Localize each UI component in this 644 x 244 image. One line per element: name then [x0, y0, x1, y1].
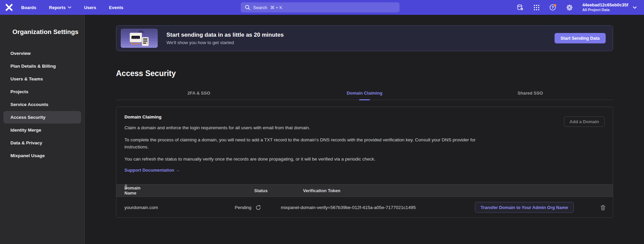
card-title: Domain Claiming: [124, 114, 605, 119]
tab-domain-claiming[interactable]: Domain Claiming: [282, 86, 448, 100]
transfer-domain-button[interactable]: Transfer Domain to Your Admin Org Name: [475, 202, 574, 213]
sidebar-item-mixpanel-usage[interactable]: Mixpanel Usage: [3, 149, 81, 162]
main-content: Start sending data in as little as 20 mi…: [85, 15, 644, 244]
settings-sidebar: Organization Settings Overview Plan Deta…: [0, 15, 85, 244]
apps-grid-icon[interactable]: [533, 4, 540, 11]
nav-item-boards[interactable]: Boards: [21, 5, 36, 10]
nav-item-events[interactable]: Events: [109, 5, 123, 10]
search-placeholder: Search: [253, 5, 267, 10]
chevron-down-icon: [633, 6, 637, 9]
column-header-status: Status: [254, 184, 268, 197]
verification-token-value: mixpanel-domain-verify=567b39be-012f-415…: [281, 197, 416, 218]
domain-claiming-card: Domain Claiming Claim a domain and enfor…: [116, 107, 613, 218]
status-cell: Pending: [235, 197, 261, 218]
status-value: Pending: [235, 205, 252, 210]
primary-nav: Boards Reports Users Events: [21, 5, 123, 10]
add-domain-button[interactable]: Add a Domain: [564, 116, 605, 127]
sidebar-item-service-accounts[interactable]: Service Accounts: [3, 98, 81, 111]
trash-icon[interactable]: [600, 205, 606, 211]
settings-gear-icon[interactable]: [566, 4, 573, 11]
refresh-icon[interactable]: [256, 205, 261, 210]
data-management-icon[interactable]: [516, 4, 524, 11]
org-id-label: 44eebad12c65eb0c35f: [582, 2, 628, 8]
support-documentation-link[interactable]: Support Documentation →: [124, 168, 180, 173]
card-paragraph-2: To complete the process of claiming a do…: [124, 137, 479, 151]
banner-title: Start sending data in as little as 20 mi…: [166, 32, 284, 38]
tab-shared-sso[interactable]: Shared SSO: [447, 86, 613, 100]
domain-table-row: yourdomain.com Pending mixpanel-domain-v…: [116, 197, 613, 218]
access-security-tabs: 2FA & SSO Domain Claiming Shared SSO: [116, 86, 613, 100]
onboarding-banner: Start sending data in as little as 20 mi…: [116, 25, 613, 51]
domain-name-value: yourdomain.com: [124, 197, 158, 218]
domains-table-header: Domain Name Status Verification Token: [116, 184, 613, 197]
banner-subtitle: We'll show you how to get started: [166, 40, 284, 45]
card-paragraph-1: Claim a domain and enforce the login req…: [124, 125, 479, 132]
project-label: All Project Data: [582, 8, 628, 12]
account-switcher[interactable]: 44eebad12c65eb0c35f All Project Data: [582, 2, 637, 12]
nav-item-reports[interactable]: Reports: [49, 5, 71, 10]
sidebar-item-projects[interactable]: Projects: [3, 85, 81, 98]
sidebar-item-access-security[interactable]: Access Security: [3, 111, 81, 124]
sort-icon[interactable]: [124, 184, 127, 197]
chevron-down-icon: [68, 6, 71, 8]
start-sending-data-button[interactable]: Start Sending Data: [555, 33, 606, 43]
help-icon[interactable]: ?: [549, 4, 557, 11]
sidebar-item-overview[interactable]: Overview: [3, 47, 81, 60]
mixpanel-logo[interactable]: [5, 3, 13, 11]
tab-2fa-sso[interactable]: 2FA & SSO: [116, 86, 282, 100]
nav-item-reports-label: Reports: [49, 5, 66, 10]
search-shortcut: ⌘ + K: [270, 5, 282, 10]
sidebar-item-plan-details-billing[interactable]: Plan Details & Billing: [3, 60, 81, 72]
top-nav: Boards Reports Users Events Search ⌘ + K: [0, 0, 644, 15]
nav-item-users[interactable]: Users: [84, 5, 96, 10]
svg-text:?: ?: [552, 5, 554, 9]
modem-illustration: [121, 29, 158, 48]
search-input[interactable]: Search ⌘ + K: [241, 2, 400, 12]
sidebar-item-data-privacy[interactable]: Data & Privacy: [3, 137, 81, 149]
page-title: Access Security: [116, 69, 613, 78]
column-header-verification-token: Verification Token: [303, 184, 340, 197]
card-paragraph-3: You can refresh the status to manually v…: [124, 156, 479, 163]
nav-right-cluster: ? 44eebad12c65eb0c35f All Project Data: [516, 0, 637, 15]
sidebar-item-users-teams[interactable]: Users & Teams: [3, 73, 81, 85]
sidebar-title: Organization Settings: [12, 28, 84, 36]
sidebar-item-identity-merge[interactable]: Identity Merge: [3, 124, 81, 136]
search-icon: [245, 5, 250, 10]
